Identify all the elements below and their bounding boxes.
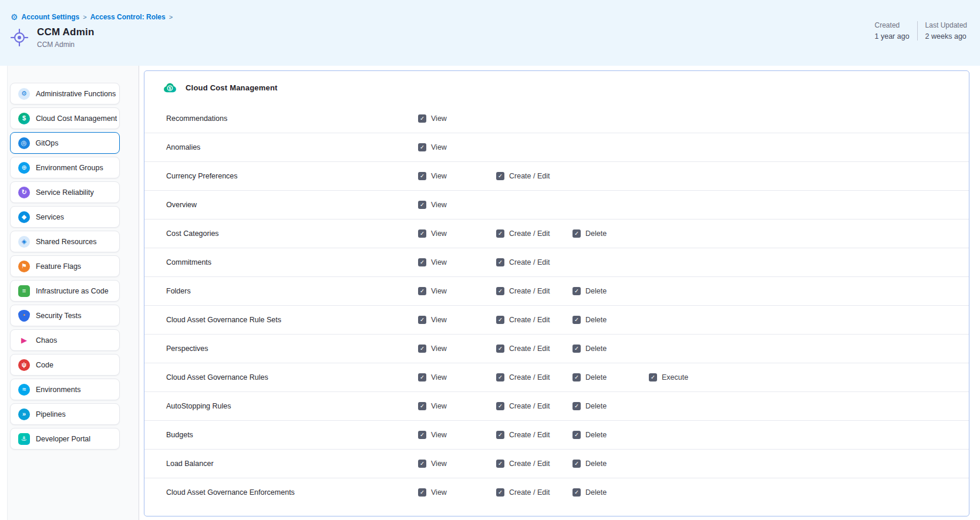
sidebar-item-infrastructure-as-code[interactable]: ≡Infrastructure as Code [10,280,120,302]
create-checkbox[interactable]: ✓ [496,431,504,439]
sidebar-item-administrative-functions[interactable]: ⚙Administrative Functions [10,83,120,104]
sidebar-item-label: Environments [36,386,80,394]
view-permission-slot: ✓View [418,316,496,324]
delete-checkbox[interactable]: ✓ [572,460,581,468]
sidebar-item-developer-portal[interactable]: ⚓Developer Portal [10,428,120,450]
sidebar-item-shared-resources[interactable]: ◈Shared Resources [10,231,120,252]
created-meta: Created 1 year ago [875,21,910,40]
sidebar-item-environment-groups[interactable]: ⊕Environment Groups [10,157,120,178]
delete-checkbox[interactable]: ✓ [572,402,581,410]
sidebar-item-label: Chaos [36,336,57,345]
create-checkbox[interactable]: ✓ [496,402,504,410]
permission-row: Anomalies✓View [144,133,969,161]
module-sidebar: ⚙Administrative Functions$Cloud Cost Man… [8,66,139,520]
sidebar-item-service-reliability[interactable]: ↻Service Reliability [10,181,120,203]
permissions-card-header: $ Cloud Cost Management [144,71,969,104]
view-checkbox[interactable]: ✓ [418,373,426,381]
delete-checkbox[interactable]: ✓ [572,345,581,353]
create-checkbox[interactable]: ✓ [496,316,504,324]
sidebar-item-environments[interactable]: ≈Environments [10,379,120,400]
view-permission-slot: ✓View [418,143,496,151]
create-checkbox[interactable]: ✓ [496,229,504,238]
create-checkbox[interactable]: ✓ [496,172,504,180]
last-updated-meta: Last Updated 2 weeks ago [925,21,967,40]
chaos-icon: ▶ [18,335,30,346]
service-reliability-icon: ↻ [18,187,30,198]
delete-checkbox[interactable]: ✓ [572,488,581,497]
permission-label: Delete [585,316,607,324]
created-label: Created [875,21,910,29]
breadcrumb-separator: > [83,13,86,21]
permission-row: Recommendations✓View [144,104,969,133]
view-checkbox[interactable]: ✓ [418,229,426,238]
create-checkbox[interactable]: ✓ [496,258,504,266]
create-permission-slot: ✓Create / Edit [496,345,572,353]
permission-label: Create / Edit [509,258,550,266]
last-updated-value: 2 weeks ago [925,32,967,40]
svg-text:$: $ [169,86,171,91]
permission-label: View [431,114,447,123]
view-checkbox[interactable]: ✓ [418,460,426,468]
role-meta: Created 1 year ago Last Updated 2 weeks … [875,21,967,40]
sidebar-item-feature-flags[interactable]: ⚑Feature Flags [10,255,120,277]
sidebar-item-chaos[interactable]: ▶Chaos [10,329,120,351]
resource-name: Cloud Asset Governance Rule Sets [166,316,418,324]
view-checkbox[interactable]: ✓ [418,201,426,209]
view-checkbox[interactable]: ✓ [418,402,426,410]
cloud-cost-management-icon: $ [163,80,177,95]
permission-row: Folders✓View✓Create / Edit✓Delete [144,276,969,305]
sidebar-item-gitops[interactable]: ◎GitOps [10,132,120,154]
view-checkbox[interactable]: ✓ [418,287,426,295]
delete-checkbox[interactable]: ✓ [572,287,581,295]
create-permission-slot: ✓Create / Edit [496,431,572,439]
create-checkbox[interactable]: ✓ [496,287,504,295]
sidebar-item-security-tests[interactable]: •Security Tests [10,305,120,326]
delete-permission-slot: ✓Delete [572,316,649,324]
delete-checkbox[interactable]: ✓ [572,229,581,238]
sidebar-item-label: Developer Portal [36,435,90,443]
sidebar-item-label: Service Reliability [36,188,94,197]
delete-checkbox[interactable]: ✓ [572,316,581,324]
create-checkbox[interactable]: ✓ [496,460,504,468]
view-checkbox[interactable]: ✓ [418,172,426,180]
resource-name: Overview [166,201,418,209]
breadcrumb-link-access-control-roles[interactable]: Access Control: Roles [90,13,166,21]
create-permission-slot: ✓Create / Edit [496,460,572,468]
view-permission-slot: ✓View [418,373,496,381]
breadcrumb-link-account-settings[interactable]: Account Settings [22,13,80,21]
view-checkbox[interactable]: ✓ [418,316,426,324]
execute-checkbox[interactable]: ✓ [649,373,657,381]
view-permission-slot: ✓View [418,229,496,238]
sidebar-item-pipelines[interactable]: »Pipelines [10,403,120,425]
permission-label: View [431,287,447,295]
view-checkbox[interactable]: ✓ [418,345,426,353]
role-heading: CCM Admin CCM Admin [9,26,95,49]
sidebar-item-label: Cloud Cost Management [36,114,117,123]
delete-checkbox[interactable]: ✓ [572,373,581,381]
view-checkbox[interactable]: ✓ [418,488,426,497]
delete-checkbox[interactable]: ✓ [572,431,581,439]
last-updated-label: Last Updated [925,21,967,29]
permission-label: Create / Edit [509,345,550,353]
sidebar-item-code[interactable]: ψCode [10,354,120,376]
sidebar-item-services[interactable]: ◆Services [10,206,120,228]
permission-label: View [431,402,447,410]
create-permission-slot: ✓Create / Edit [496,172,572,180]
environments-icon: ≈ [18,384,30,396]
execute-permission-slot: ✓Execute [649,373,766,381]
view-checkbox[interactable]: ✓ [418,114,426,123]
developer-portal-icon: ⚓ [18,433,30,445]
view-checkbox[interactable]: ✓ [418,431,426,439]
create-checkbox[interactable]: ✓ [496,373,504,381]
permission-label: View [431,488,447,497]
settings-gear-icon: ⚙ [11,13,18,21]
permission-label: Create / Edit [509,172,550,180]
section-title: Cloud Cost Management [186,83,278,92]
create-permission-slot: ✓Create / Edit [496,229,572,238]
view-checkbox[interactable]: ✓ [418,258,426,266]
create-checkbox[interactable]: ✓ [496,345,504,353]
view-permission-slot: ✓View [418,345,496,353]
view-checkbox[interactable]: ✓ [418,143,426,151]
create-checkbox[interactable]: ✓ [496,488,504,497]
sidebar-item-cloud-cost-management[interactable]: $Cloud Cost Management [10,107,120,129]
